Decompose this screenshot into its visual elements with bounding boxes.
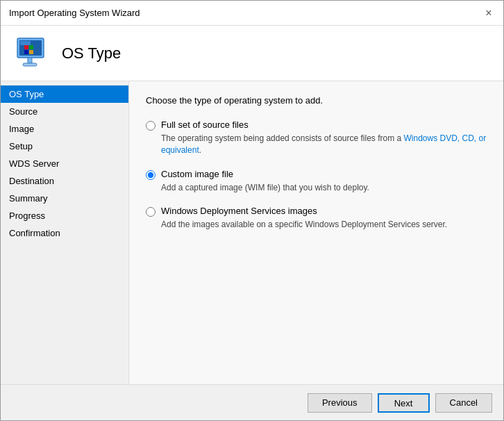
sidebar-item-setup[interactable]: Setup [1, 138, 128, 155]
next-button[interactable]: Next [378, 393, 430, 413]
label-wds[interactable]: Windows Deployment Services images [161, 206, 317, 216]
window-title: Import Operating System Wizard [9, 8, 140, 18]
option-group: Full set of source files The operating s… [146, 119, 487, 231]
os-icon [15, 35, 51, 72]
wizard-footer: Previous Next Cancel [1, 384, 503, 420]
radio-wds[interactable] [146, 207, 156, 217]
link-windows: Windows DVD, CD, or equivalent [161, 133, 486, 155]
sidebar-item-summary[interactable]: Summary [1, 190, 128, 207]
sidebar-item-source[interactable]: Source [1, 103, 128, 120]
desc-fullset: The operating system being added consist… [161, 133, 487, 156]
title-bar: Import Operating System Wizard × [1, 1, 503, 26]
cancel-button[interactable]: Cancel [435, 393, 492, 413]
svg-rect-2 [20, 41, 31, 45]
svg-rect-8 [29, 50, 33, 54]
main-description: Choose the type of operating system to a… [146, 95, 487, 106]
radio-custom[interactable] [146, 170, 156, 180]
sidebar-item-image[interactable]: Image [1, 120, 128, 138]
sidebar-item-destination[interactable]: Destination [1, 172, 128, 190]
sidebar-item-os-type[interactable]: OS Type [1, 85, 128, 103]
close-button[interactable]: × [482, 7, 495, 19]
desc-custom: Add a captured image (WIM file) that you… [161, 182, 487, 194]
wizard-title: OS Type [62, 44, 121, 63]
option-item-fullset: Full set of source files The operating s… [146, 119, 487, 156]
option-item-custom: Custom image file Add a captured image (… [146, 169, 487, 194]
desc-wds: Add the images available on a specific W… [161, 219, 487, 231]
svg-rect-4 [23, 63, 37, 66]
option-row-fullset: Full set of source files [146, 119, 487, 131]
option-row-wds: Windows Deployment Services images [146, 206, 487, 217]
radio-fullset[interactable] [146, 121, 156, 131]
sidebar-item-wds-server[interactable]: WDS Server [1, 155, 128, 172]
main-panel: Choose the type of operating system to a… [129, 81, 503, 384]
sidebar-item-confirmation[interactable]: Confirmation [1, 224, 128, 242]
wizard-content: OS Type Source Image Setup WDS Server De… [1, 81, 503, 384]
sidebar-item-progress[interactable]: Progress [1, 207, 128, 224]
option-item-wds: Windows Deployment Services images Add t… [146, 206, 487, 231]
svg-rect-6 [29, 45, 33, 49]
label-fullset[interactable]: Full set of source files [161, 119, 249, 130]
wizard-header: OS Type [1, 26, 503, 81]
svg-rect-5 [24, 45, 28, 49]
sidebar: OS Type Source Image Setup WDS Server De… [1, 81, 129, 384]
option-row-custom: Custom image file [146, 169, 487, 180]
label-custom[interactable]: Custom image file [161, 169, 233, 179]
wizard-window: Import Operating System Wizard × [0, 0, 504, 421]
svg-rect-7 [24, 50, 28, 54]
previous-button[interactable]: Previous [308, 393, 372, 413]
svg-rect-3 [28, 58, 32, 63]
